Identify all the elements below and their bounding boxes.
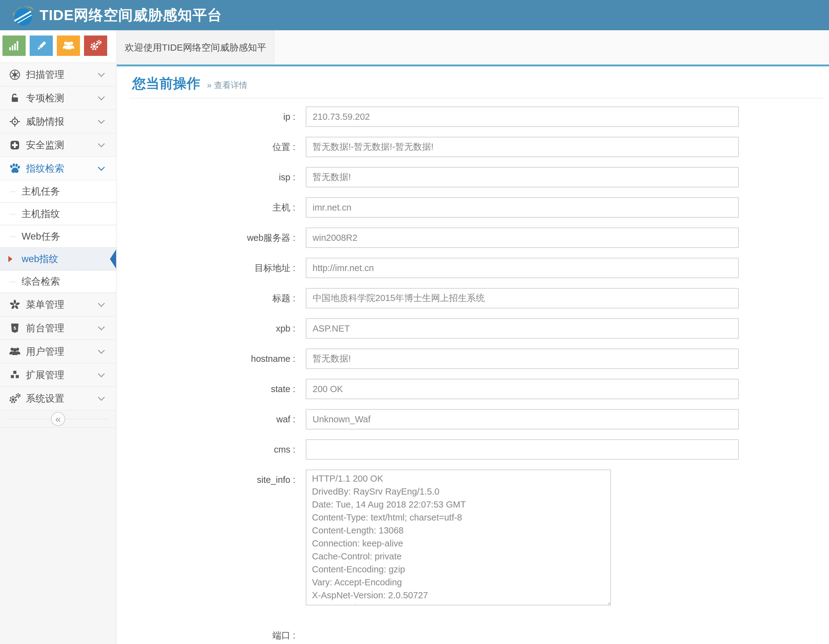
ip-label: ip : <box>117 107 295 127</box>
target-icon <box>9 116 21 128</box>
state-field[interactable] <box>306 379 739 399</box>
sidebar-item-special[interactable]: 专项检测 <box>0 87 116 110</box>
target-url-field[interactable] <box>306 258 739 278</box>
cms-field[interactable] <box>306 439 739 460</box>
xpb-field[interactable] <box>306 318 739 339</box>
plus-square-icon <box>9 140 21 151</box>
cms-label: cms : <box>117 439 295 460</box>
sidebar-item-threat[interactable]: 威胁情报 <box>0 110 116 133</box>
state-label: state : <box>117 379 295 399</box>
chevron-down-icon <box>98 394 105 401</box>
sidebar-item-fingerprint[interactable]: 指纹检索 <box>0 157 116 180</box>
site-info-field[interactable]: HTTP/1.1 200 OK DrivedBy: RaySrv RayEng/… <box>306 469 611 605</box>
sidebar-item-label: 安全监测 <box>26 139 64 151</box>
form-row: isp : <box>117 167 829 187</box>
form-row: ip : <box>117 107 829 127</box>
chevron-down-icon <box>98 140 105 148</box>
sidebar-subitem-web-fingerprint[interactable]: web指纹 <box>0 248 116 271</box>
host-field[interactable] <box>306 197 739 218</box>
ip-field[interactable] <box>306 107 739 127</box>
tree-stub <box>10 191 16 192</box>
burst-icon <box>9 299 21 310</box>
sidebar-item-label: 前台管理 <box>26 322 64 335</box>
sidebar-item-label: 扩展管理 <box>26 368 64 382</box>
sidebar-subitem-web-task[interactable]: Web任务 <box>0 225 116 248</box>
tab-bar: 欢迎使用TIDE网络空间威胁感知平台 <box>117 30 829 66</box>
breadcrumb-label: 查看详情 <box>214 80 247 90</box>
users-button[interactable] <box>57 36 80 56</box>
isp-field[interactable] <box>306 167 739 187</box>
form-row: 标题 : <box>117 288 829 309</box>
sidebar-item-label: 专项检测 <box>26 92 64 105</box>
gears-icon <box>89 39 102 52</box>
unlock-icon <box>9 93 21 104</box>
sidebar-item-label: 用户管理 <box>26 345 64 358</box>
gears-icon <box>9 392 21 405</box>
divider <box>130 98 823 99</box>
sidebar-collapse-strip: « <box>0 410 116 428</box>
app-header: TIDE网络空间威胁感知平台 <box>0 0 829 30</box>
waf-field[interactable] <box>306 409 739 430</box>
title-label: 标题 : <box>117 288 295 309</box>
sidebar-item-label: 威胁情报 <box>26 115 64 128</box>
main-content: 您当前操作 »查看详情 ip : 位置 : isp : 主机 : web服务器 … <box>117 66 829 644</box>
chevron-down-icon <box>98 70 105 77</box>
hostname-label: hostname : <box>117 348 295 369</box>
sidebar-subitem-host-task[interactable]: 主机任务 <box>0 180 116 203</box>
target-url-label: 目标地址 : <box>117 258 295 278</box>
dashboard-button[interactable] <box>3 36 26 56</box>
sidebar-item-label: 系统设置 <box>26 392 64 405</box>
sidebar-collapse-button[interactable]: « <box>51 412 65 426</box>
sidebar-item-user[interactable]: 用户管理 <box>0 340 116 364</box>
title-field[interactable] <box>306 288 739 309</box>
isp-label: isp : <box>117 167 295 187</box>
location-field[interactable] <box>306 137 739 157</box>
sidebar-item-scan[interactable]: 扫描管理 <box>0 63 116 87</box>
xpb-label: xpb : <box>117 318 295 339</box>
form-row: web服务器 : <box>117 228 829 248</box>
sidebar-item-frontend[interactable]: 5 前台管理 <box>0 316 116 340</box>
chevron-down-icon <box>98 164 105 171</box>
app-title: TIDE网络空间威胁感知平台 <box>39 6 222 25</box>
pencil-icon <box>35 39 47 52</box>
chevron-down-icon <box>98 347 105 354</box>
html5-icon: 5 <box>9 323 21 334</box>
users-icon <box>62 39 75 52</box>
form-row: 目标地址 : <box>117 258 829 278</box>
chevron-down-icon <box>98 117 105 124</box>
paw-icon <box>9 162 21 175</box>
location-label: 位置 : <box>117 137 295 157</box>
breadcrumb: »查看详情 <box>207 80 247 91</box>
tree-stub <box>10 282 16 282</box>
tree-stub <box>10 236 16 237</box>
scan-wheel-icon <box>9 69 21 80</box>
form-row: cms : <box>117 439 829 460</box>
tab-welcome[interactable]: 欢迎使用TIDE网络空间威胁感知平台 <box>117 30 274 65</box>
sidebar-subitem-combined-search[interactable]: 综合检索 <box>0 271 116 293</box>
sidebar-item-monitor[interactable]: 安全监测 <box>0 133 116 157</box>
form-row: waf : <box>117 409 829 430</box>
host-label: 主机 : <box>117 197 295 218</box>
webserver-label: web服务器 : <box>117 228 295 248</box>
port-label: 端口 : <box>117 625 295 644</box>
sidebar: 扫描管理 专项检测 威胁情报 <box>0 63 117 644</box>
form-row: site_info : HTTP/1.1 200 OK DrivedBy: Ra… <box>117 469 829 605</box>
hostname-field[interactable] <box>306 348 739 369</box>
sidebar-item-extension[interactable]: 扩展管理 <box>0 364 116 387</box>
sidebar-item-menu[interactable]: 菜单管理 <box>0 293 116 316</box>
edit-button[interactable] <box>30 36 53 56</box>
sidebar-subitem-host-fingerprint[interactable]: 主机指纹 <box>0 203 116 225</box>
form-row: 主机 : <box>117 197 829 218</box>
detail-form: ip : 位置 : isp : 主机 : web服务器 : 目标地址 : 标题 … <box>117 107 829 644</box>
sidebar-item-system[interactable]: 系统设置 <box>0 387 116 410</box>
settings-button[interactable] <box>84 36 107 56</box>
page-title: 您当前操作 <box>132 74 200 93</box>
tree-stub <box>10 214 16 214</box>
chevron-down-icon <box>98 93 105 101</box>
webserver-field[interactable] <box>306 228 739 248</box>
form-row: hostname : <box>117 348 829 369</box>
sidebar-item-label: 菜单管理 <box>26 298 64 311</box>
sidebar-item-label: 扫描管理 <box>26 68 64 81</box>
tide-logo <box>11 3 35 27</box>
chevron-down-icon <box>98 300 105 307</box>
